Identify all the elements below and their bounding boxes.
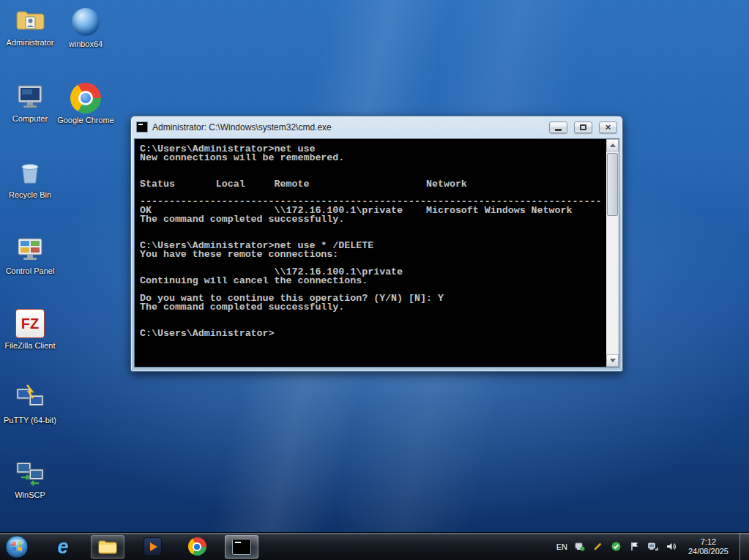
arrow-down-icon [610,359,616,362]
system-tray: EN 7:12 24/08/2025 [556,533,749,560]
control-panel-icon [14,233,46,265]
minimize-button[interactable] [549,122,567,133]
tray-clock[interactable]: 7:12 24/08/2025 [688,537,728,556]
icon-label: Google Chrome [57,116,114,125]
terminal-line [140,163,606,171]
chrome-logo-icon [70,82,102,114]
winbox-orb-icon [70,6,102,38]
icon-label: Recycle Bin [1,190,59,200]
scroll-down-button[interactable] [606,354,619,367]
scrollbar-thumb[interactable] [607,153,618,216]
internet-explorer-icon: e [57,537,68,557]
desktop-icon-filezilla[interactable]: FZ FileZilla Client [1,307,59,351]
arrow-up-icon [610,143,616,147]
window-controls: × [549,122,617,133]
pencil-icon[interactable] [592,541,604,553]
icon-label: FileZilla Client [1,341,59,351]
scrollbar[interactable] [606,139,619,367]
network-icon[interactable] [647,541,659,553]
volume-icon[interactable] [666,541,677,553]
minimize-icon [555,129,562,131]
maximize-icon [580,124,586,130]
media-player-icon [144,537,162,556]
scroll-up-button[interactable] [606,139,619,152]
terminal-line: The command completed successfully. [140,215,606,224]
screen: Administrator winbox64 Computer Google C… [0,0,749,560]
action-center-flag-icon[interactable] [629,541,641,553]
recycle-bin-icon [14,157,46,189]
terminal-line: Continuing will cancel the connections. [140,277,606,285]
maximize-button[interactable] [574,122,592,133]
cmd-icon [136,122,148,132]
icon-label: PuTTY (64-bit) [1,416,59,425]
desktop-icon-recycle-bin[interactable]: Recycle Bin [1,157,59,200]
clock-date: 24/08/2025 [688,547,728,556]
window-title: Administrator: C:\Windows\system32\cmd.e… [152,122,545,132]
terminal-line [140,224,606,233]
show-desktop-button[interactable] [739,533,749,560]
desktop-icon-winbox64[interactable]: winbox64 [57,6,114,49]
terminal-output[interactable]: C:\Users\Administrator>net useNew connec… [135,139,606,367]
check-shield-icon[interactable] [611,541,622,553]
taskbar-media-player[interactable] [135,535,169,559]
icon-label: Administrator [1,38,59,48]
terminal-line: Status Local Remote Network [140,180,606,189]
winscp-icon [14,457,46,489]
cmd-window-titlebar[interactable]: Administrator: C:\Windows\system32\cmd.e… [131,116,622,138]
taskbar-chrome[interactable] [180,535,214,559]
icon-label: winbox64 [57,40,114,49]
desktop-icon-putty[interactable]: PuTTY (64-bit) [1,382,59,425]
taskbar-cmd-active[interactable] [225,535,258,559]
terminal-line: You have these remote connections: [140,250,606,259]
chrome-icon [188,537,206,556]
terminal-line: The command completed successfully. [140,303,606,312]
close-button[interactable]: × [599,122,617,133]
user-folder-icon [14,4,46,37]
close-icon: × [605,123,611,132]
cmd-icon [232,539,251,555]
desktop-icon-winscp[interactable]: WinSCP [1,457,59,500]
clock-time: 7:12 [688,537,728,547]
icon-label: WinSCP [1,490,59,500]
putty-icon [14,382,46,414]
start-button[interactable] [5,535,29,559]
icon-label: Computer [1,114,59,124]
remove-hardware-icon[interactable] [574,541,586,553]
taskbar-internet-explorer[interactable]: e [46,535,80,559]
desktop-icon-administrator[interactable]: Administrator [1,4,59,48]
language-indicator[interactable]: EN [556,542,567,551]
scrollbar-track[interactable] [606,217,619,354]
filezilla-icon: FZ [14,307,46,340]
icon-label: Control Panel [1,266,59,276]
terminal-area: C:\Users\Administrator>net useNew connec… [134,138,619,367]
windows-logo-icon [5,535,29,559]
cmd-window: Administrator: C:\Windows\system32\cmd.e… [130,116,623,372]
desktop-icon-computer[interactable]: Computer [1,81,59,124]
terminal-line: New connections will be remembered. [140,154,606,163]
computer-monitor-icon [14,81,46,113]
desktop-icon-google-chrome[interactable]: Google Chrome [57,82,114,125]
terminal-line: C:\Users\Administrator> [140,329,606,338]
taskbar-windows-explorer[interactable] [91,535,124,559]
taskbar: e EN [0,532,749,560]
folder-icon [97,538,118,556]
desktop-icon-control-panel[interactable]: Control Panel [1,233,59,276]
terminal-line [140,312,606,321]
